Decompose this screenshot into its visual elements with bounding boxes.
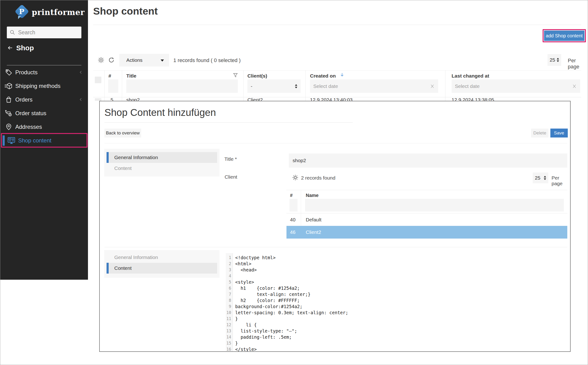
sidebar-item-label: Order status	[15, 110, 46, 117]
column-divider	[445, 70, 445, 101]
clients-filter-select[interactable]: -	[247, 79, 301, 93]
sidebar-item-label: Orders	[15, 96, 32, 103]
shop-content-icon	[7, 136, 16, 145]
sidebar-item-addresses[interactable]: Addresses	[0, 121, 88, 132]
stepper-icon	[557, 58, 559, 62]
client-row-default[interactable]: 40 Default	[287, 213, 567, 226]
shopping-bag-icon	[4, 95, 13, 104]
active-indicator	[107, 152, 109, 163]
row-checkbox[interactable]	[95, 98, 101, 101]
per-page-label: Per page	[568, 58, 588, 70]
code-editor[interactable]: 1<!doctype html>2<html>3 <head>45<style>…	[226, 253, 567, 352]
refresh-icon[interactable]	[108, 57, 115, 64]
column-divider	[104, 70, 105, 101]
title-field-label: Title *	[224, 156, 237, 162]
title-filter-input[interactable]	[126, 79, 238, 93]
clear-x-icon[interactable]	[572, 84, 577, 89]
row-clients: Client2	[247, 97, 263, 101]
sidebar-section-title: Shop	[16, 44, 34, 52]
column-header-clients: Client(s)	[247, 73, 267, 79]
add-shop-content-button[interactable]: add Shop content	[544, 31, 584, 41]
column-header-last-changed: Last changed at	[452, 73, 489, 79]
shop-content-modal: Shop Content hinzufügen Back to overview…	[99, 101, 571, 352]
sidebar-item-orders[interactable]: Orders	[0, 94, 88, 105]
client-id-filter-box[interactable]	[290, 199, 298, 211]
created-on-date-input[interactable]	[310, 79, 430, 93]
sidebar-item-products[interactable]: Products	[0, 67, 88, 78]
row-created-on: 12.9.2024 13:40:03	[310, 97, 352, 101]
title-filter-input-wrap	[126, 79, 238, 93]
gear-icon[interactable]	[98, 57, 104, 64]
client-row-id: 40	[290, 217, 295, 223]
nav-item-general-information[interactable]: General Information	[107, 252, 217, 263]
nav-item-content[interactable]: Content	[107, 263, 217, 274]
filter-funnel-icon[interactable]	[233, 72, 238, 79]
brand-name: printformer	[32, 8, 85, 17]
back-to-overview-button[interactable]: Back to overview	[104, 129, 141, 138]
header-divider	[93, 25, 581, 25]
sidebar-item-shop-content[interactable]: Shop content	[0, 135, 88, 146]
save-button[interactable]: Save	[550, 129, 568, 138]
nav-item-label: Content	[114, 265, 132, 271]
map-pin-icon	[4, 123, 13, 131]
shipping-box-icon	[4, 82, 13, 90]
client-table: # Name 40 Default 46 Client2	[287, 190, 567, 238]
per-page-select[interactable]: 25	[548, 54, 561, 66]
chevron-left-icon	[78, 70, 84, 76]
client-row-client2-selected[interactable]: 46 Client2	[287, 226, 567, 239]
title-field-input[interactable]	[289, 154, 567, 168]
actions-dropdown-label: Actions	[126, 57, 143, 63]
column-header-id: #	[108, 73, 111, 79]
sort-descending-icon[interactable]	[339, 72, 345, 78]
gear-icon[interactable]	[292, 174, 298, 182]
last-changed-date-input[interactable]	[452, 79, 572, 93]
nav-item-label: Content	[114, 165, 132, 171]
client-row-id: 46	[290, 229, 295, 235]
client-per-page-select[interactable]: 25	[533, 173, 548, 183]
client-name-filter-box[interactable]	[305, 199, 564, 211]
id-filter-box[interactable]	[108, 79, 118, 93]
tag-icon	[4, 68, 13, 77]
client-field-label: Client	[225, 174, 237, 180]
clients-filter-value: -	[251, 84, 252, 89]
stepper-icon	[544, 176, 546, 180]
column-header-created-on[interactable]: Created on	[310, 73, 336, 79]
chevron-left-icon	[78, 97, 84, 103]
table-row[interactable]: 5 shop2 Client2 12.9.2024 13:40:03 12.9.…	[88, 97, 588, 101]
sidebar-section-header[interactable]: Shop	[7, 44, 34, 52]
column-divider	[305, 70, 306, 101]
last-changed-date-wrap	[452, 79, 580, 93]
modal-section-divider	[104, 247, 567, 247]
client-column-header-id: #	[290, 193, 293, 198]
actions-dropdown[interactable]: Actions	[119, 54, 169, 67]
nav-item-content[interactable]: Content	[107, 163, 217, 174]
delete-button[interactable]: Delete	[531, 129, 548, 138]
modal-title: Shop Content hinzufügen	[104, 107, 216, 118]
page-title: Shop content	[93, 5, 158, 17]
client-records-summary: 2 records found	[301, 175, 335, 181]
clear-x-icon[interactable]	[430, 84, 435, 89]
nav-item-label: General Information	[114, 254, 158, 260]
table-top-border	[93, 70, 581, 70]
sidebar-item-label: Addresses	[15, 124, 42, 130]
order-status-icon	[4, 109, 13, 118]
select-all-checkbox[interactable]	[95, 77, 101, 83]
created-on-date-wrap	[310, 79, 438, 93]
sidebar-item-order-status[interactable]: Order status	[0, 108, 88, 119]
active-indicator	[107, 263, 109, 274]
printformer-logo: P printformer	[14, 4, 76, 21]
sidebar-divider	[7, 65, 81, 65]
client-per-page-label: Per page	[552, 175, 570, 186]
code-lines[interactable]: 1<!doctype html>2<html>3 <head>45<style>…	[226, 254, 567, 352]
client-row-name: Client2	[306, 229, 321, 235]
modal-section-divider	[104, 143, 567, 143]
sidebar: P printformer Shop Products Shipping met…	[0, 0, 88, 280]
column-header-title: Title	[126, 73, 136, 79]
nav-item-general-information[interactable]: General Information	[107, 152, 217, 163]
sidebar-item-shipping-methods[interactable]: Shipping methods	[0, 81, 88, 91]
caret-down-icon	[161, 59, 164, 62]
per-page-value: 25	[550, 57, 555, 63]
sidebar-search[interactable]	[7, 27, 81, 38]
client-row-name: Default	[306, 217, 322, 223]
search-input[interactable]	[18, 29, 77, 36]
